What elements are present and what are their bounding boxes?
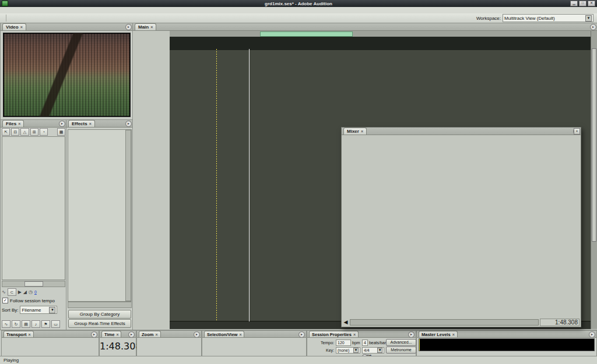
preview-value[interactable]: 0 [34,290,37,294]
effects-vertical-scrollbar[interactable] [125,130,131,301]
status-playing: Playing [0,358,19,363]
mixer-time-display: 1:48.308 [540,319,580,326]
insert-into-cd-button[interactable]: ◔ [40,128,48,136]
effects-panel: Effects× ▸ Group By Category Group Real-… [66,119,134,330]
files-horizontal-scrollbar[interactable] [2,281,65,287]
auto-play-icon[interactable]: ∿ [2,289,6,295]
panel-menu-button[interactable]: ▸ [125,121,132,127]
files-panel: Files× ▸ ⇱ ⊟ △ ⊞ ◔ ▦ ∿ ⊂ ▶ ◢ ◷ 0 ✓ Follo… [0,119,67,330]
adobe-audition-window: grd1mix.ses* - Adobe Audition ▁ □ ✕ Work… [0,0,597,364]
tab-session-properties[interactable]: Session Properties× [309,331,359,337]
key-select[interactable]: (none)▼ [336,347,360,354]
tempo-label: Tempo: [308,341,334,345]
loop-preview-button[interactable]: ⊂ [8,288,16,296]
title-bar: grd1mix.ses* - Adobe Audition ▁ □ ✕ [0,0,597,7]
tab-time[interactable]: Time× [101,331,121,337]
preview-clock-icon[interactable]: ◷ [29,289,33,295]
advanced-button[interactable]: Advanced... [386,339,416,346]
sort-by-label: Sort By: [2,308,18,313]
advanced-options-toggle[interactable]: ▦ [57,128,65,136]
panel-menu-button[interactable]: ▸ [194,331,200,338]
master-levels-panel: Master Levels× ▸ [416,330,597,358]
key-label: Key: [308,348,334,352]
group-by-category-button[interactable]: Group By Category [68,310,131,319]
tab-files[interactable]: Files× [2,120,24,127]
sort-by-select[interactable]: Filename ▼ [20,306,57,314]
video-track-thumbnails [170,37,591,50]
transport-panel: Transport× ▸ [1,330,99,358]
mixer-close-button[interactable]: × [574,128,580,135]
follow-session-tempo-checkbox[interactable]: ✓ [2,298,8,303]
close-button[interactable]: ✕ [588,1,595,6]
workspace-select[interactable]: Multitrack View (Default) ▼ [503,14,594,22]
timeline-view-range[interactable] [260,31,353,37]
tab-selection-view[interactable]: Selection/View× [204,331,244,337]
selection-view-panel: Selection/View× ▸ [202,330,307,358]
metronome-button[interactable]: Metronome [386,347,416,354]
time-display: 1:48.308 [100,338,136,355]
mixer-scroll-left-icon[interactable]: ◀ [343,319,349,325]
panel-menu-button[interactable]: ▸ [125,24,132,30]
tab-transport[interactable]: Transport× [3,331,34,337]
close-icon[interactable]: × [18,122,20,126]
file-list [2,136,65,280]
volume-icon[interactable]: ◢ [23,289,27,295]
zoom-panel: Zoom× ▸ [136,330,202,358]
edit-cursor-line [216,49,217,321]
show-session-files-toggle[interactable]: ▭ [51,320,60,328]
panel-menu-button[interactable]: ▸ [589,331,595,338]
minimize-button[interactable]: ▁ [570,1,578,6]
window-title: grd1mix.ses* - Adobe Audition [0,1,597,6]
video-preview [3,33,131,117]
show-audio-files-toggle[interactable]: ∿ [2,320,10,328]
video-panel: Video× ▸ [0,23,134,121]
show-markers-toggle[interactable]: ⚑ [41,320,50,328]
toolbar-separator [6,15,6,22]
tab-main[interactable]: Main× [135,23,156,30]
tab-mixer[interactable]: Mixer× [343,128,367,135]
chevron-down-icon: ▼ [585,15,592,22]
chevron-down-icon: ▼ [377,348,382,353]
import-file-button[interactable]: ⇱ [2,128,10,136]
track-controls-column [134,31,170,329]
panel-menu-button[interactable]: ▸ [408,331,415,338]
maximize-button[interactable]: □ [579,1,587,6]
show-video-files-toggle[interactable]: ▤ [22,320,30,328]
tab-master-levels[interactable]: Master Levels× [419,331,458,337]
effects-horizontal-scrollbar[interactable] [68,302,132,308]
insert-into-session-button[interactable]: ⊞ [30,128,38,136]
beats-per-bar-input[interactable]: 4 [362,340,368,346]
close-icon[interactable]: × [361,129,363,133]
workspace-label: Workspace: [476,16,501,21]
close-icon[interactable]: × [89,122,92,126]
tab-zoom[interactable]: Zoom× [139,331,161,337]
chevron-down-icon: ▼ [353,348,359,353]
show-loop-files-toggle[interactable]: ↻ [12,320,20,328]
meter-scale [419,351,595,355]
tab-video[interactable]: Video× [2,23,26,30]
time-signature-select[interactable]: 4/4 time▼ [362,347,384,354]
session-properties-panel: Session Properties× ▸ Tempo: 120 bpm 4 b… [307,330,416,358]
panel-menu-button[interactable]: ▸ [128,331,135,338]
master-level-meters[interactable] [419,338,595,351]
group-realtime-effects-button[interactable]: Group Real-Time Effects [68,319,131,328]
panel-menu-button[interactable]: ▸ [590,24,596,30]
timeline-vertical-scrollbar[interactable] [591,31,597,329]
panel-menu-button[interactable]: ▸ [91,331,97,338]
play-preview-icon[interactable]: ▶ [18,289,22,295]
close-icon[interactable]: × [20,25,23,29]
playback-cursor-line [249,49,250,321]
status-bar: Playing [0,356,597,364]
chevron-down-icon: ▼ [49,307,55,313]
tab-effects[interactable]: Effects× [68,120,95,127]
panel-menu-button[interactable]: ▸ [59,121,65,127]
edit-file-button[interactable]: △ [20,128,29,136]
time-panel: Time× ▸ 1:48.308 [99,330,136,358]
close-file-button[interactable]: ⊟ [11,128,19,136]
close-icon[interactable]: × [150,25,153,29]
follow-session-tempo-label: Follow session tempo [10,298,55,303]
mixer-horizontal-scrollbar[interactable] [350,319,539,326]
panel-menu-button[interactable]: ▸ [298,331,305,338]
show-midi-files-toggle[interactable]: ♪ [31,320,40,328]
tempo-input[interactable]: 120 [336,340,351,346]
